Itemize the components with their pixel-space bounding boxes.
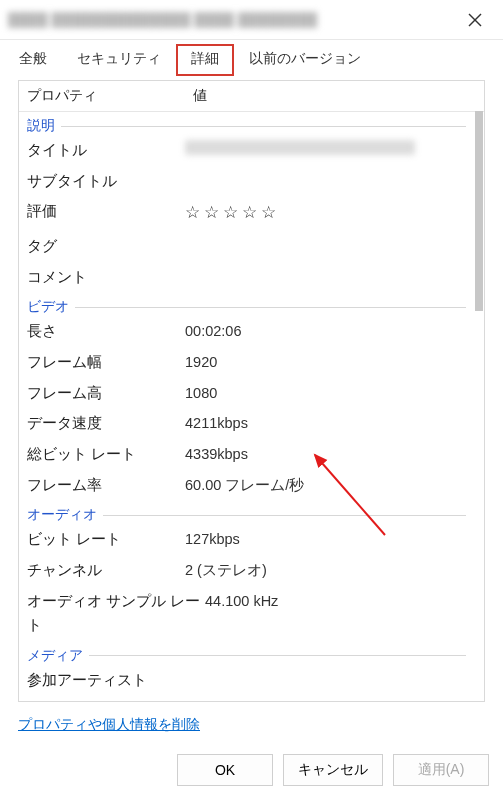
prop-comments-label: コメント (27, 265, 185, 290)
cancel-button[interactable]: キャンセル (283, 754, 383, 786)
prop-audiosamplerate-value: 44.100 kHz (205, 589, 466, 638)
remove-properties-link[interactable]: プロパティや個人情報を削除 (18, 716, 200, 732)
prop-frameheight-label: フレーム高 (27, 381, 185, 406)
prop-title-label: タイトル (27, 138, 185, 163)
window-title: ████ ██████████████ ████ ████████ (8, 12, 455, 28)
column-header-value[interactable]: 値 (185, 81, 484, 111)
prop-artist-label: 参加アーティスト (27, 668, 185, 693)
prop-audiosamplerate-label: オーディオ サンプル レート (27, 589, 205, 638)
tab-security[interactable]: セキュリティ (62, 44, 176, 76)
group-description: 説明 (19, 111, 474, 135)
prop-framerate-value: 60.00 フレーム/秒 (185, 473, 466, 498)
prop-comments-value[interactable] (185, 265, 466, 290)
properties-listbox[interactable]: プロパティ 値 説明 タイトル サブタイトル 評価 ☆☆☆☆☆ (18, 80, 485, 702)
prop-framerate-label: フレーム率 (27, 473, 185, 498)
scrollbar-thumb[interactable] (475, 111, 483, 311)
prop-length-label: 長さ (27, 319, 185, 344)
prop-channels-label: チャンネル (27, 558, 185, 583)
prop-frameheight-value: 1080 (185, 381, 466, 406)
prop-tags-label: タグ (27, 234, 185, 259)
column-header-property[interactable]: プロパティ (19, 81, 185, 111)
tab-details[interactable]: 詳細 (176, 44, 234, 76)
prop-length-value: 00:02:06 (185, 319, 466, 344)
prop-title-value[interactable] (185, 138, 466, 163)
group-video: ビデオ (19, 292, 474, 316)
prop-year-value[interactable] (185, 699, 466, 702)
prop-framewidth-value: 1920 (185, 350, 466, 375)
prop-totalbitrate-value: 4339kbps (185, 442, 466, 467)
apply-button[interactable]: 適用(A) (393, 754, 489, 786)
prop-rating-value[interactable]: ☆☆☆☆☆ (185, 199, 466, 228)
prop-year-label: 年 (27, 699, 185, 702)
prop-framewidth-label: フレーム幅 (27, 350, 185, 375)
tab-previous-versions[interactable]: 以前のバージョン (234, 44, 376, 76)
tab-strip: 全般 セキュリティ 詳細 以前のバージョン (0, 44, 503, 76)
prop-audiobitrate-label: ビット レート (27, 527, 185, 552)
group-audio: オーディオ (19, 500, 474, 524)
prop-subtitle-label: サブタイトル (27, 169, 185, 194)
ok-button[interactable]: OK (177, 754, 273, 786)
prop-tags-value[interactable] (185, 234, 466, 259)
prop-audiobitrate-value: 127kbps (185, 527, 466, 552)
group-media: メディア (19, 641, 474, 665)
prop-artist-value[interactable] (185, 668, 466, 693)
prop-channels-value: 2 (ステレオ) (185, 558, 466, 583)
close-icon (468, 13, 482, 27)
prop-subtitle-value[interactable] (185, 169, 466, 194)
prop-totalbitrate-label: 総ビット レート (27, 442, 185, 467)
tab-general[interactable]: 全般 (4, 44, 62, 76)
prop-datarate-value: 4211kbps (185, 411, 466, 436)
prop-rating-label: 評価 (27, 199, 185, 228)
close-button[interactable] (455, 0, 495, 40)
prop-datarate-label: データ速度 (27, 411, 185, 436)
